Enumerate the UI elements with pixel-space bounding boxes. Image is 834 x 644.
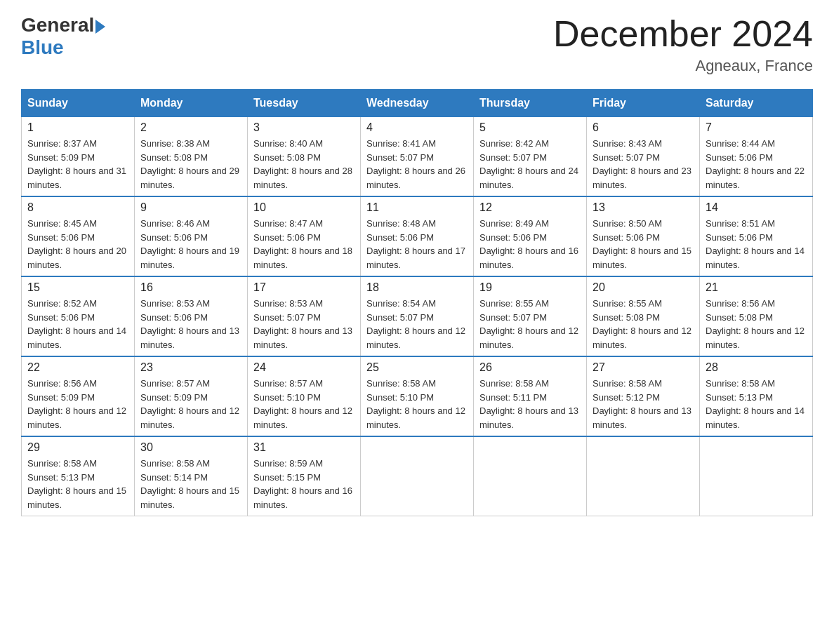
day-number: 14 [706,201,807,214]
day-info: Sunrise: 8:56 AMSunset: 5:09 PMDaylight:… [27,377,128,431]
calendar-cell: 29 Sunrise: 8:58 AMSunset: 5:13 PMDaylig… [22,436,135,516]
calendar-week-4: 22 Sunrise: 8:56 AMSunset: 5:09 PMDaylig… [22,356,813,436]
calendar-cell: 16 Sunrise: 8:53 AMSunset: 5:06 PMDaylig… [135,276,248,356]
day-info: Sunrise: 8:50 AMSunset: 5:06 PMDaylight:… [593,217,694,271]
calendar-cell: 14 Sunrise: 8:51 AMSunset: 5:06 PMDaylig… [700,196,813,276]
calendar-cell: 7 Sunrise: 8:44 AMSunset: 5:06 PMDayligh… [700,117,813,197]
day-number: 12 [479,201,581,214]
day-number: 28 [706,361,807,374]
day-number: 11 [366,201,468,214]
weekday-header-saturday: Saturday [700,90,813,117]
day-info: Sunrise: 8:55 AMSunset: 5:07 PMDaylight:… [479,297,581,351]
day-info: Sunrise: 8:55 AMSunset: 5:08 PMDaylight:… [593,297,694,351]
day-info: Sunrise: 8:58 AMSunset: 5:13 PMDaylight:… [706,377,807,431]
day-info: Sunrise: 8:58 AMSunset: 5:11 PMDaylight:… [479,377,581,431]
day-number: 13 [593,201,694,214]
calendar-cell: 30 Sunrise: 8:58 AMSunset: 5:14 PMDaylig… [135,436,248,516]
calendar-cell: 22 Sunrise: 8:56 AMSunset: 5:09 PMDaylig… [22,356,135,436]
day-info: Sunrise: 8:49 AMSunset: 5:06 PMDaylight:… [479,217,581,271]
day-info: Sunrise: 8:37 AMSunset: 5:09 PMDaylight:… [27,137,128,192]
day-info: Sunrise: 8:51 AMSunset: 5:06 PMDaylight:… [706,217,807,271]
day-number: 23 [140,361,241,374]
calendar-cell: 19 Sunrise: 8:55 AMSunset: 5:07 PMDaylig… [474,276,587,356]
calendar-cell: 17 Sunrise: 8:53 AMSunset: 5:07 PMDaylig… [248,276,361,356]
calendar-cell: 20 Sunrise: 8:55 AMSunset: 5:08 PMDaylig… [587,276,700,356]
calendar-week-1: 1 Sunrise: 8:37 AMSunset: 5:09 PMDayligh… [22,117,813,197]
calendar-cell [474,436,587,516]
day-number: 10 [253,201,355,214]
day-number: 31 [253,441,355,454]
day-number: 29 [27,441,128,454]
day-number: 6 [593,121,694,134]
logo-general-text: General [21,14,94,36]
day-info: Sunrise: 8:43 AMSunset: 5:07 PMDaylight:… [593,137,694,192]
location: Agneaux, France [553,57,813,75]
calendar-cell: 23 Sunrise: 8:57 AMSunset: 5:09 PMDaylig… [135,356,248,436]
logo-arrow-icon [95,20,105,34]
day-info: Sunrise: 8:58 AMSunset: 5:12 PMDaylight:… [593,377,694,431]
calendar-week-3: 15 Sunrise: 8:52 AMSunset: 5:06 PMDaylig… [22,276,813,356]
calendar-cell: 25 Sunrise: 8:58 AMSunset: 5:10 PMDaylig… [361,356,474,436]
logo: General Blue [21,14,105,59]
weekday-header-friday: Friday [587,90,700,117]
day-number: 30 [140,441,241,454]
day-info: Sunrise: 8:57 AMSunset: 5:10 PMDaylight:… [253,377,355,431]
weekday-header-thursday: Thursday [474,90,587,117]
weekday-header-monday: Monday [135,90,248,117]
calendar-cell [700,436,813,516]
weekday-header-tuesday: Tuesday [248,90,361,117]
calendar-cell: 15 Sunrise: 8:52 AMSunset: 5:06 PMDaylig… [22,276,135,356]
calendar-cell [361,436,474,516]
calendar-cell: 12 Sunrise: 8:49 AMSunset: 5:06 PMDaylig… [474,196,587,276]
day-info: Sunrise: 8:59 AMSunset: 5:15 PMDaylight:… [253,457,355,511]
calendar-table: SundayMondayTuesdayWednesdayThursdayFrid… [21,89,813,516]
day-info: Sunrise: 8:41 AMSunset: 5:07 PMDaylight:… [366,137,468,192]
day-info: Sunrise: 8:53 AMSunset: 5:06 PMDaylight:… [140,297,241,351]
day-number: 22 [27,361,128,374]
day-number: 7 [706,121,807,134]
month-title: December 2024 [553,14,813,54]
day-number: 20 [593,281,694,294]
day-info: Sunrise: 8:58 AMSunset: 5:10 PMDaylight:… [366,377,468,431]
day-number: 21 [706,281,807,294]
day-number: 19 [479,281,581,294]
day-info: Sunrise: 8:53 AMSunset: 5:07 PMDaylight:… [253,297,355,351]
calendar-cell: 24 Sunrise: 8:57 AMSunset: 5:10 PMDaylig… [248,356,361,436]
day-number: 15 [27,281,128,294]
calendar-cell: 5 Sunrise: 8:42 AMSunset: 5:07 PMDayligh… [474,117,587,197]
day-number: 1 [27,121,128,134]
calendar-cell [587,436,700,516]
calendar-cell: 9 Sunrise: 8:46 AMSunset: 5:06 PMDayligh… [135,196,248,276]
calendar-cell: 26 Sunrise: 8:58 AMSunset: 5:11 PMDaylig… [474,356,587,436]
day-info: Sunrise: 8:54 AMSunset: 5:07 PMDaylight:… [366,297,468,351]
calendar-week-5: 29 Sunrise: 8:58 AMSunset: 5:13 PMDaylig… [22,436,813,516]
day-number: 27 [593,361,694,374]
logo-blue-text: Blue [21,36,64,59]
day-info: Sunrise: 8:38 AMSunset: 5:08 PMDaylight:… [140,137,241,192]
day-number: 3 [253,121,355,134]
day-number: 4 [366,121,468,134]
weekday-header-row: SundayMondayTuesdayWednesdayThursdayFrid… [22,90,813,117]
day-info: Sunrise: 8:57 AMSunset: 5:09 PMDaylight:… [140,377,241,431]
calendar-cell: 27 Sunrise: 8:58 AMSunset: 5:12 PMDaylig… [587,356,700,436]
calendar-cell: 21 Sunrise: 8:56 AMSunset: 5:08 PMDaylig… [700,276,813,356]
calendar-cell: 28 Sunrise: 8:58 AMSunset: 5:13 PMDaylig… [700,356,813,436]
day-info: Sunrise: 8:45 AMSunset: 5:06 PMDaylight:… [27,217,128,271]
calendar-cell: 2 Sunrise: 8:38 AMSunset: 5:08 PMDayligh… [135,117,248,197]
calendar-cell: 8 Sunrise: 8:45 AMSunset: 5:06 PMDayligh… [22,196,135,276]
day-number: 17 [253,281,355,294]
day-info: Sunrise: 8:58 AMSunset: 5:14 PMDaylight:… [140,457,241,511]
weekday-header-wednesday: Wednesday [361,90,474,117]
day-info: Sunrise: 8:47 AMSunset: 5:06 PMDaylight:… [253,217,355,271]
title-section: December 2024 Agneaux, France [553,14,813,75]
calendar-cell: 31 Sunrise: 8:59 AMSunset: 5:15 PMDaylig… [248,436,361,516]
day-number: 8 [27,201,128,214]
day-info: Sunrise: 8:52 AMSunset: 5:06 PMDaylight:… [27,297,128,351]
calendar-week-2: 8 Sunrise: 8:45 AMSunset: 5:06 PMDayligh… [22,196,813,276]
day-info: Sunrise: 8:58 AMSunset: 5:13 PMDaylight:… [27,457,128,511]
day-number: 24 [253,361,355,374]
day-info: Sunrise: 8:48 AMSunset: 5:06 PMDaylight:… [366,217,468,271]
day-info: Sunrise: 8:40 AMSunset: 5:08 PMDaylight:… [253,137,355,192]
day-number: 9 [140,201,241,214]
day-number: 25 [366,361,468,374]
